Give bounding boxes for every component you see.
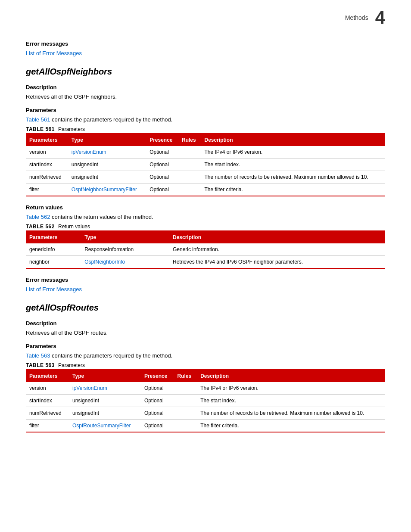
method1-params-table-caption: Parameters [58,125,85,133]
method2-parameters-table: Parameters Type Presence Rules Descripti… [26,369,385,432]
method1-return-table-label: TABLE 562 [26,223,55,230]
method1-parameters-intro: Table 561 contains the parameters requir… [26,115,385,124]
method2-parameters-link[interactable]: Table 563 [26,352,50,359]
param-rules [174,382,197,395]
method2-parameters-label: Parameters [26,342,385,351]
param-name: filter [26,420,69,432]
param-type: unsignedInt [68,171,146,184]
param-type: OspfRouteSummaryFilter [69,420,141,432]
method1-return-values-label: Return values [26,203,385,212]
param-rules [178,184,201,196]
method1-description-text: Retrieves all of the OSPF neighbors. [26,93,385,101]
param-type: unsignedInt [69,407,141,420]
page-header: Methods 4 [26,9,385,27]
param-presence: Optional [146,184,178,196]
param-name: version [26,382,69,395]
type-link[interactable]: OspfRouteSummaryFilter [72,423,131,429]
param-description: The filter criteria. [197,420,385,432]
param-name: neighbor [26,256,81,269]
col-type: Type [69,370,141,382]
method1-title: getAllOspfNeighbors [26,65,385,78]
param-name: filter [26,184,68,196]
method1-return-table-caption: Return values [58,223,90,230]
param-presence: Optional [146,171,178,184]
method2-description-text: Retrieves all of the OSPF routes. [26,329,385,337]
type-link[interactable]: OspfNeighborSummaryFilter [72,187,137,193]
param-presence: Optional [141,407,174,420]
method1-parameters-table: Parameters Type Presence Rules Descripti… [26,133,385,196]
method2-title: getAllOspfRoutes [26,301,385,314]
top-error-messages-label: Error messages [26,40,385,48]
param-type: ipVersionEnum [69,382,141,395]
table-row: filter OspfRouteSummaryFilter Optional T… [26,420,385,432]
table-row: filter OspfNeighborSummaryFilter Optiona… [26,184,385,196]
method-getAllOspfNeighbors: getAllOspfNeighbors Description Retrieve… [26,65,385,293]
table-row: genericInfo ResponseInformation Generic … [26,243,385,256]
param-type: ResponseInformation [81,243,169,256]
method1-return-values-section: Return values Table 562 contains the ret… [26,203,385,269]
method1-return-values-link[interactable]: Table 562 [26,214,50,220]
param-rules [174,395,197,407]
param-description: Retrieves the IPv4 and IPv6 OSPF neighbo… [169,256,385,269]
param-name: numRetrieved [26,407,69,420]
table-row: version ipVersionEnum Optional The IPv4 … [26,382,385,395]
param-type: ipVersionEnum [68,146,146,159]
chapter-number: 4 [375,9,385,27]
method1-parameters-label: Parameters [26,106,385,115]
param-description: Generic information. [169,243,385,256]
method1-parameters-link[interactable]: Table 561 [26,116,50,123]
table-row: numRetrieved unsignedInt Optional The nu… [26,171,385,184]
param-description: The IPv4 or IPv6 version. [197,382,385,395]
col-description: Description [197,370,385,382]
param-name: startIndex [26,395,69,407]
param-type: unsignedInt [68,159,146,171]
method2-parameters-intro-text: contains the parameters required by the … [52,352,172,359]
method1-return-table-title: TABLE 562 Return values [26,223,385,230]
param-type: OspfNeighborSummaryFilter [68,184,146,196]
table-row: neighbor OspfNeighborInfo Retrieves the … [26,256,385,269]
method2-params-table-label: TABLE 563 [26,361,55,369]
table-row: version ipVersionEnum Optional The IPv4 … [26,146,385,159]
method2-params-thead-row: Parameters Type Presence Rules Descripti… [26,370,385,382]
method1-error-messages-section: Error messages List of Error Messages [26,276,385,293]
method1-error-messages-label: Error messages [26,276,385,284]
param-name: startIndex [26,159,68,171]
col-rules: Rules [178,134,201,146]
method1-return-values-intro: Table 562 contains the return values of … [26,213,385,221]
param-description: The start index. [201,159,385,171]
method1-params-table-title: TABLE 561 Parameters [26,125,385,133]
param-presence: Optional [141,382,174,395]
param-description: The start index. [197,395,385,407]
col-rules: Rules [174,370,197,382]
param-description: The IPv4 or IPv6 version. [201,146,385,159]
method2-params-table-caption: Parameters [58,361,85,369]
param-type: unsignedInt [69,395,141,407]
col-parameters: Parameters [26,231,81,243]
method1-params-table-label: TABLE 561 [26,125,55,133]
col-type: Type [81,231,169,243]
type-link[interactable]: ipVersionEnum [72,385,107,391]
method1-params-thead-row: Parameters Type Presence Rules Descripti… [26,134,385,146]
type-link[interactable]: ipVersionEnum [72,149,106,155]
type-link[interactable]: OspfNeighborInfo [84,259,125,265]
method-getAllOspfRoutes: getAllOspfRoutes Description Retrieves a… [26,301,385,432]
method1-description-label: Description [26,83,385,92]
table-row: startIndex unsignedInt Optional The star… [26,159,385,171]
methods-label: Methods [345,13,368,22]
param-name: numRetrieved [26,171,68,184]
param-presence: Optional [141,420,174,432]
col-parameters: Parameters [26,134,68,146]
col-parameters: Parameters [26,370,69,382]
top-error-messages-link[interactable]: List of Error Messages [26,50,82,56]
param-name: genericInfo [26,243,81,256]
method1-error-messages-link[interactable]: List of Error Messages [26,286,82,292]
param-name: version [26,146,68,159]
col-description: Description [201,134,385,146]
col-presence: Presence [141,370,174,382]
col-type: Type [68,134,146,146]
param-rules [178,146,201,159]
method1-parameters-intro-text: contains the parameters required by the … [52,116,172,123]
col-description: Description [169,231,385,243]
param-presence: Optional [146,146,178,159]
param-rules [174,407,197,420]
